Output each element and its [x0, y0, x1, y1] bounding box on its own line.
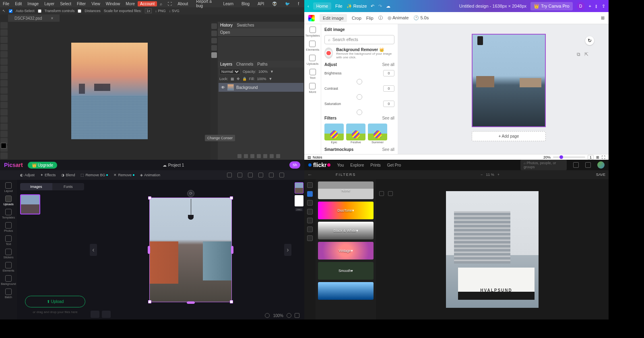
menu-layer[interactable]: Layer — [41, 2, 57, 6]
rail-text[interactable]: Text — [5, 235, 12, 245]
redo-button[interactable] — [102, 311, 111, 318]
canvas-image[interactable]: HVALPSUND — [446, 191, 539, 308]
contrast-value[interactable]: 0 — [383, 85, 394, 92]
filter-vintage[interactable]: Vintage ▾ — [318, 242, 374, 260]
facebook-icon[interactable]: f — [295, 2, 302, 6]
eraser-tool[interactable] — [0, 87, 8, 94]
fullscreen-icon[interactable]: ⛶ — [165, 2, 175, 6]
link-icon[interactable] — [237, 154, 242, 158]
folder-icon[interactable] — [263, 154, 267, 158]
share-icon[interactable]: ⇪ — [602, 4, 605, 9]
remove-bg-tool[interactable]: ⬚ Remove BG — [80, 173, 108, 177]
filters-see-all[interactable]: See all — [382, 116, 394, 120]
lock-pixel-icon[interactable]: ▦ — [231, 77, 234, 81]
layer-icon[interactable] — [258, 173, 263, 177]
filters-icon[interactable] — [307, 191, 313, 197]
wand-tool[interactable] — [0, 44, 8, 50]
menu-image[interactable]: Image — [25, 2, 41, 6]
back-icon[interactable]: ‹ — [308, 4, 309, 8]
notifications-icon[interactable] — [585, 162, 591, 168]
twitter-icon[interactable]: 🐦 — [282, 2, 293, 6]
stamp-tool[interactable] — [0, 80, 8, 87]
filter-bw[interactable]: Black & White ▾ — [318, 222, 374, 239]
crop-button[interactable]: Crop — [352, 16, 361, 21]
canvas[interactable] — [8, 22, 211, 160]
notes-label[interactable]: Notes — [313, 155, 322, 159]
try-pro-button[interactable]: 👑 Try Canva Pro — [530, 2, 573, 10]
filter-duotone[interactable]: DuoTone ▾ — [318, 202, 374, 219]
blur-tool[interactable] — [0, 102, 8, 108]
nav-you[interactable]: You — [337, 163, 344, 167]
prev-artboard[interactable]: ‹ — [90, 244, 97, 256]
selected-image[interactable]: ⟳ — [149, 198, 232, 302]
doc-tab[interactable]: DSCF3432.psd × — [8, 14, 60, 22]
duplicate-icon[interactable] — [269, 173, 274, 177]
blog-link[interactable]: Blog — [239, 2, 252, 6]
history-tab[interactable]: History — [220, 23, 233, 27]
adjust-icon[interactable] — [257, 154, 261, 158]
rail-templates[interactable]: Templates — [305, 27, 320, 37]
text-tool[interactable] — [0, 124, 8, 130]
edit-image-button[interactable]: Edit image — [320, 14, 347, 22]
zoom-in-icon[interactable] — [287, 313, 291, 318]
swatches-tab[interactable]: Swatches — [237, 23, 254, 27]
upload-icon[interactable] — [573, 162, 579, 168]
home-button[interactable]: Home — [313, 2, 331, 10]
blend-mode-select[interactable]: Normal — [219, 69, 240, 74]
fill-value[interactable]: 100% — [257, 77, 266, 81]
menu-more[interactable]: More — [123, 2, 138, 6]
crop-icon[interactable] — [307, 182, 313, 188]
rotate-handle[interactable]: ⟳ — [187, 190, 194, 197]
filter-summer[interactable]: Summer — [368, 124, 387, 144]
animate-button[interactable]: ◎ Animate — [388, 15, 409, 21]
zoom-in[interactable]: + — [497, 173, 500, 177]
animation-tool[interactable]: ◈ Animation — [140, 173, 160, 177]
back-icon[interactable]: ← — [308, 172, 313, 177]
file-menu[interactable]: File — [335, 4, 343, 8]
api-link[interactable]: API — [255, 2, 267, 6]
history-item-open[interactable]: Open — [218, 29, 304, 36]
grid-view-icon[interactable]: ⊞ — [596, 155, 599, 159]
close-icon[interactable]: × — [47, 15, 56, 21]
pen-tool[interactable] — [0, 116, 8, 123]
handle-tl[interactable] — [148, 196, 151, 200]
delete-icon[interactable] — [279, 173, 284, 177]
lock-all-icon[interactable]: 🔒 — [242, 77, 247, 81]
export-png[interactable]: ↓ PNG — [155, 9, 166, 13]
blend-tool[interactable]: ◑ Blend — [61, 173, 75, 177]
saturation-value[interactable]: 0 — [383, 101, 394, 107]
paths-tab[interactable]: Paths — [257, 62, 268, 66]
channels-tab[interactable]: Channels — [236, 62, 253, 66]
smart-see-all[interactable]: See all — [382, 147, 394, 152]
menu-view[interactable]: View — [89, 2, 103, 6]
menu-filter[interactable]: Filter — [74, 2, 89, 6]
zoom-value[interactable]: 100% — [273, 313, 283, 318]
flip-button[interactable]: Flip — [366, 16, 374, 21]
rail-elements[interactable]: Elements — [306, 41, 319, 52]
lasso-tool[interactable] — [0, 37, 8, 43]
color-swatch[interactable] — [1, 143, 7, 149]
distances-check[interactable] — [78, 9, 81, 13]
page-count[interactable]: 1 — [588, 155, 594, 160]
auto-select-check[interactable] — [9, 9, 12, 13]
layers-tab[interactable]: Layers — [220, 62, 232, 66]
project-name[interactable]: Project 1 — [168, 163, 184, 167]
search-effects-input[interactable]: ⌕Search effects — [324, 35, 394, 44]
menu-edit[interactable]: Edit — [12, 2, 25, 6]
about-link[interactable]: About — [175, 2, 191, 6]
zoom-slider[interactable] — [553, 157, 585, 158]
redo-icon[interactable]: ↷ — [378, 4, 382, 9]
rail-elements[interactable]: Elements — [2, 262, 14, 272]
upload-button[interactable]: ⬆ Upload — [25, 296, 85, 307]
gradient-tool[interactable] — [0, 95, 8, 101]
menu-window[interactable]: Window — [103, 2, 123, 6]
visibility-icon[interactable]: 👁 — [221, 85, 225, 90]
blur-icon[interactable] — [307, 209, 313, 214]
rail-uploads[interactable]: Uploads — [3, 196, 14, 206]
dodge-tool[interactable] — [0, 109, 8, 115]
rail-text[interactable]: Text — [310, 69, 316, 80]
rail-photos[interactable]: Photos — [4, 222, 13, 232]
layer-thumb-1[interactable] — [295, 182, 303, 194]
conserve-button[interactable]: Change Conser — [205, 135, 235, 141]
filter-more[interactable] — [318, 282, 374, 300]
